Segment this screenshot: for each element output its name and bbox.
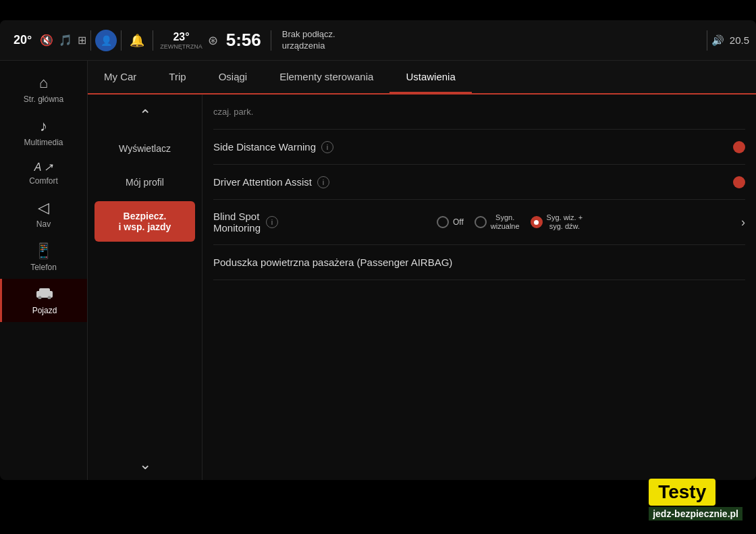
side-distance-label: Side Distance Warning i xyxy=(213,141,333,153)
blind-spot-off-label: Off xyxy=(453,217,464,227)
screen: 20° 🔇 🎵 ⊞ 👤 🔔 23° ZEWNĘTRZNA ⊛ 5:56 Brak… xyxy=(0,20,756,480)
multimedia-icon: ♪ xyxy=(40,117,47,135)
blind-spot-sygn-wiz-dzw[interactable]: Syg. wiz. + syg. dźw. xyxy=(531,213,583,231)
tab-trip[interactable]: Trip xyxy=(153,61,202,94)
tab-elementy[interactable]: Elementy sterowania xyxy=(263,61,389,94)
bell-icon[interactable]: 🔔 xyxy=(130,33,144,48)
setting-row-driver-attention: Driver Attention Assist i xyxy=(213,165,745,200)
sidebar-item-pojazd[interactable]: Pojazd xyxy=(0,279,87,322)
media-icon: 🎵 xyxy=(59,34,72,47)
volume-value: 20.5 xyxy=(730,34,749,46)
top-bezel xyxy=(0,0,756,20)
profile-avatar[interactable]: 👤 xyxy=(95,30,117,51)
sub-sidebar: ⌃ Wyświetlacz Mój profil Bezpiecz. i wsp… xyxy=(88,95,202,480)
divider4 xyxy=(271,30,271,51)
tab-osiagi[interactable]: Osiągi xyxy=(202,61,264,94)
tab-ustawienia[interactable]: Ustawienia xyxy=(389,61,471,94)
blind-spot-label: Blind Spot Monitoring i xyxy=(213,211,278,234)
sidebar-item-comfort[interactable]: A ↗ Comfort xyxy=(0,154,87,192)
sidebar-item-multimedia[interactable]: ♪ Multimedia xyxy=(0,111,87,154)
blind-spot-sygn-wiz-dzw-label: Syg. wiz. + syg. dźw. xyxy=(547,213,583,231)
driver-attention-toggle[interactable] xyxy=(733,176,745,188)
driver-attention-label: Driver Attention Assist i xyxy=(213,176,329,188)
sidebar-label-multimedia: Multimedia xyxy=(24,138,63,147)
device-line1: Brak podłącz. xyxy=(282,29,696,41)
sub-sidebar-up: ⌃ xyxy=(88,101,202,130)
sidebar-label-comfort: Comfort xyxy=(29,176,58,186)
scroll-up-button[interactable]: ⌃ xyxy=(139,107,151,124)
sidebar-label-pojazd: Pojazd xyxy=(32,306,57,315)
blind-spot-chevron[interactable]: › xyxy=(741,215,745,230)
settings-panel: czaj. park. Side Distance Warning i Driv… xyxy=(202,95,756,480)
volume-area: 🔊 20.5 xyxy=(711,34,749,47)
device-line2: urządzenia xyxy=(282,41,696,52)
sub-sidebar-down: ⌄ xyxy=(88,456,202,473)
grid-icon: ⊞ xyxy=(78,34,86,47)
scroll-down-button[interactable]: ⌄ xyxy=(139,456,151,473)
divider2 xyxy=(121,30,122,51)
setting-row-side-distance: Side Distance Warning i xyxy=(213,130,745,165)
bottom-bezel xyxy=(0,480,756,534)
side-distance-info-icon[interactable]: i xyxy=(321,141,333,153)
watermark-url: jedz-bezpiecznie.pl xyxy=(649,507,742,520)
submenu-wyswietlacz[interactable]: Wyświetlacz xyxy=(94,134,195,163)
sidebar-label-nav: Nav xyxy=(36,219,51,229)
blind-spot-radio-group: Off Sygn. wizualne Syg. wiz. + syg. xyxy=(437,213,583,231)
sidebar: ⌂ Str. główna ♪ Multimedia A ↗ Comfort ◁… xyxy=(0,61,88,480)
status-icons: 🔇 🎵 ⊞ xyxy=(40,34,86,47)
blind-spot-sygn-wiz-circle xyxy=(475,216,487,228)
submenu-bezpiecz[interactable]: Bezpiecz. i wsp. jazdy xyxy=(94,201,195,242)
blind-spot-off-circle xyxy=(437,216,449,228)
divider1 xyxy=(90,30,91,51)
temp-external: 23° ZEWNĘTRZNA xyxy=(160,31,202,50)
partial-row: czaj. park. xyxy=(213,95,745,130)
tab-mycar[interactable]: My Car xyxy=(88,61,153,94)
watermark: Testy jedz-bezpiecznie.pl xyxy=(649,479,742,520)
car-icon xyxy=(35,286,54,303)
partial-label: czaj. park. xyxy=(213,107,253,117)
comfort-icon: A ↗ xyxy=(34,161,53,173)
phone-icon: 📱 xyxy=(34,242,53,260)
blind-spot-info-icon[interactable]: i xyxy=(266,216,278,228)
submenu-moj-profil[interactable]: Mój profil xyxy=(94,167,195,197)
blind-spot-sygn-wiz-label: Sygn. wizualne xyxy=(491,213,520,231)
airbag-label: Poduszka powietrzna pasażera (Passenger … xyxy=(213,257,452,268)
blind-spot-sygn-wiz[interactable]: Sygn. wizualne xyxy=(475,213,520,231)
sound-icon: 🔇 xyxy=(40,34,53,47)
volume-icon: 🔊 xyxy=(711,34,724,47)
watermark-testy: Testy xyxy=(649,479,716,506)
nav-tabs: My Car Trip Osiągi Elementy sterowania U… xyxy=(88,61,756,95)
sidebar-item-nav[interactable]: ◁ Nav xyxy=(0,192,87,236)
sidebar-item-telefon[interactable]: 📱 Telefon xyxy=(0,236,87,279)
svg-rect-1 xyxy=(39,288,50,293)
sidebar-item-home[interactable]: ⌂ Str. główna xyxy=(0,68,87,111)
nav-icon: ◁ xyxy=(38,199,49,217)
clock: 5:56 xyxy=(226,30,261,51)
side-distance-toggle[interactable] xyxy=(733,141,745,153)
status-bar: 20° 🔇 🎵 ⊞ 👤 🔔 23° ZEWNĘTRZNA ⊛ 5:56 Brak… xyxy=(0,20,756,61)
blind-spot-sygn-wiz-dzw-circle xyxy=(531,216,543,228)
driver-attention-info-icon[interactable]: i xyxy=(317,176,329,188)
divider5 xyxy=(707,30,707,51)
main-content: ⌃ Wyświetlacz Mój profil Bezpiecz. i wsp… xyxy=(88,95,756,480)
temp-left: 20° xyxy=(14,33,32,47)
sidebar-label-telefon: Telefon xyxy=(30,263,57,272)
gps-icon: ⊛ xyxy=(208,33,218,48)
temp-ext-label: ZEWNĘTRZNA xyxy=(160,43,202,50)
setting-row-airbag: Poduszka powietrzna pasażera (Passenger … xyxy=(213,245,745,280)
device-status: Brak podłącz. urządzenia xyxy=(275,29,703,52)
temp-ext-value: 23° xyxy=(173,31,189,43)
sidebar-label-home: Str. główna xyxy=(24,95,63,104)
divider3 xyxy=(153,30,153,51)
home-icon: ⌂ xyxy=(39,74,48,92)
setting-row-blind-spot: Blind Spot Monitoring i Off Sygn. wizual… xyxy=(213,200,745,245)
blind-spot-off[interactable]: Off xyxy=(437,216,464,228)
